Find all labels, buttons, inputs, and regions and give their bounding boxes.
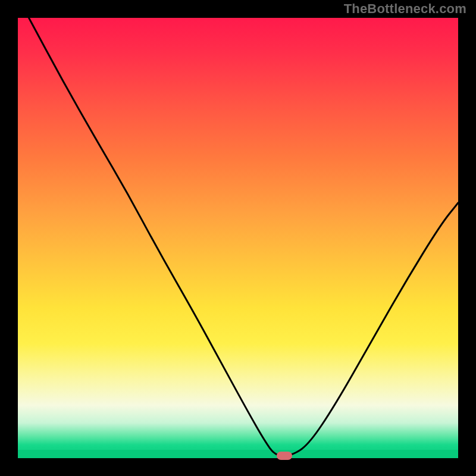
chart-frame: TheBottleneck.com <box>0 0 476 476</box>
watermark-text: TheBottleneck.com <box>344 1 466 17</box>
optimum-marker <box>277 452 292 460</box>
bottleneck-curve <box>18 18 458 458</box>
plot-area <box>18 18 458 458</box>
